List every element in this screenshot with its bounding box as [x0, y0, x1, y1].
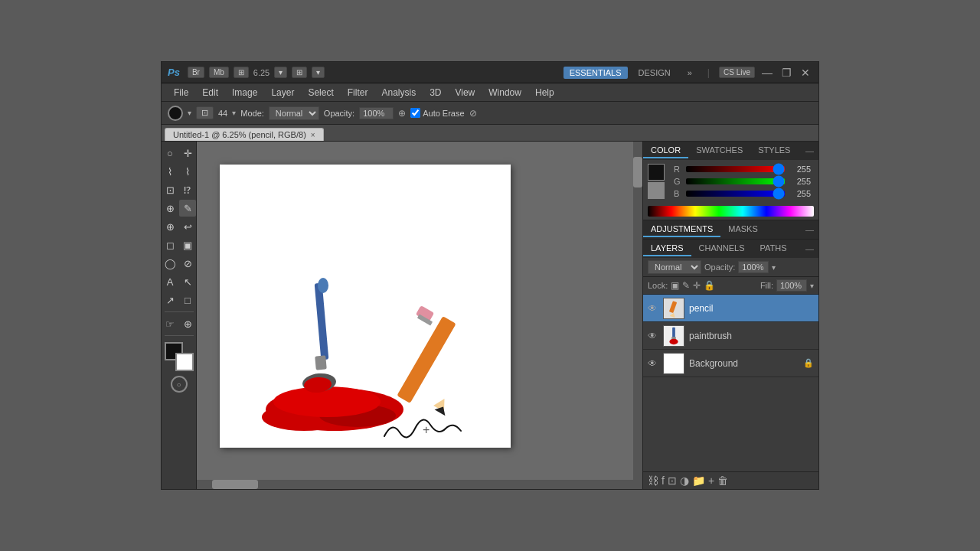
- layer-adjustment-btn[interactable]: ◑: [680, 474, 689, 487]
- pen-tool[interactable]: ⊘: [179, 255, 196, 272]
- color-panel-collapse[interactable]: —: [801, 146, 818, 155]
- size-dropdown[interactable]: ▾: [274, 67, 287, 78]
- menu-layer[interactable]: Layer: [265, 86, 300, 99]
- fg-color-swatch[interactable]: [648, 164, 665, 181]
- bg-color-swatch[interactable]: [648, 182, 665, 199]
- layer-link-btn[interactable]: ⛓: [648, 474, 658, 487]
- layer-item-background[interactable]: 👁 Background 🔒: [643, 350, 818, 377]
- view-button[interactable]: ▾: [312, 67, 325, 78]
- menu-filter[interactable]: Filter: [341, 86, 374, 99]
- opacity-input[interactable]: 100%: [359, 107, 394, 119]
- tab-styles[interactable]: STYLES: [750, 143, 798, 158]
- type-tool[interactable]: A: [162, 273, 178, 290]
- fill-dropdown[interactable]: ▾: [810, 282, 814, 290]
- tab-color[interactable]: COLOR: [643, 143, 688, 158]
- vertical-scrollbar[interactable]: [633, 142, 642, 489]
- tab-masks[interactable]: MASKS: [720, 222, 766, 237]
- canvas-area[interactable]: +: [197, 142, 642, 489]
- horizontal-scrollbar[interactable]: [197, 480, 633, 489]
- tab-adjustments[interactable]: ADJUSTMENTS: [643, 222, 720, 237]
- auto-erase-checkbox[interactable]: [410, 108, 420, 118]
- zoom-tool[interactable]: ⊕: [179, 315, 196, 332]
- layer-eye-pencil[interactable]: 👁: [648, 303, 658, 314]
- tab-channels[interactable]: CHANNELS: [691, 241, 753, 256]
- quick-selection-tool[interactable]: ⌇: [179, 163, 196, 180]
- color-spectrum-bar[interactable]: [648, 206, 814, 217]
- mode-select[interactable]: Normal: [269, 106, 319, 120]
- delete-layer-btn[interactable]: 🗑: [717, 474, 728, 487]
- menu-help[interactable]: Help: [529, 86, 560, 99]
- lock-move-icon[interactable]: ✛: [693, 280, 701, 291]
- move-tool[interactable]: ✛: [179, 145, 196, 161]
- menu-analysis[interactable]: Analysis: [375, 86, 422, 99]
- more-workspaces-button[interactable]: »: [681, 67, 698, 79]
- layer-eye-paintbrush[interactable]: 👁: [648, 331, 658, 341]
- layer-item-pencil[interactable]: 👁 pencil: [643, 295, 818, 322]
- design-button[interactable]: DESIGN: [632, 67, 677, 79]
- gradient-tool[interactable]: ▣: [179, 236, 196, 253]
- menu-image[interactable]: Image: [226, 86, 263, 99]
- doc-tab-close[interactable]: ×: [311, 131, 315, 139]
- r-slider[interactable]: [686, 166, 785, 172]
- essentials-button[interactable]: ESSENTIALS: [564, 67, 628, 79]
- background-color[interactable]: [175, 353, 194, 371]
- opacity-value[interactable]: [738, 261, 769, 273]
- menu-view[interactable]: View: [449, 86, 481, 99]
- mb-button[interactable]: Mb: [209, 67, 229, 78]
- tab-swatches[interactable]: SWATCHES: [688, 143, 750, 158]
- opacity-dropdown[interactable]: ▾: [772, 263, 776, 272]
- canvas[interactable]: +: [220, 165, 511, 448]
- layers-panel-collapse[interactable]: —: [801, 244, 818, 253]
- layer-item-paintbrush[interactable]: 👁 paintbrush: [643, 322, 818, 350]
- layer-mask-btn[interactable]: ⊡: [668, 474, 677, 487]
- minimize-button[interactable]: —: [760, 67, 775, 79]
- menu-window[interactable]: Window: [482, 86, 528, 99]
- br-button[interactable]: Br: [188, 67, 204, 78]
- doc-tab[interactable]: Untitled-1 @ 6.25% (pencil, RGB/8) ×: [165, 128, 324, 141]
- menu-edit[interactable]: Edit: [196, 86, 224, 99]
- crop-tool[interactable]: ⊡: [162, 181, 178, 198]
- path-selection-tool[interactable]: ↖: [179, 273, 196, 290]
- layer-group-btn[interactable]: 📁: [692, 474, 705, 487]
- g-value: 255: [788, 177, 811, 186]
- opacity-btn[interactable]: ⊕: [398, 108, 406, 119]
- b-slider[interactable]: [686, 191, 785, 197]
- hand-tool[interactable]: ☞: [162, 315, 178, 332]
- pencil-tool[interactable]: ✎: [179, 200, 196, 217]
- menu-file[interactable]: File: [168, 86, 194, 99]
- quick-mask-btn[interactable]: ○: [171, 376, 188, 393]
- layer-fx-btn[interactable]: f: [662, 474, 665, 487]
- menu-select[interactable]: Select: [302, 86, 339, 99]
- history-brush-tool[interactable]: ↩: [179, 218, 196, 235]
- tab-layers[interactable]: LAYERS: [643, 241, 691, 256]
- eraser-tool[interactable]: ◻: [162, 236, 178, 253]
- grid-button[interactable]: ⊞: [292, 67, 307, 78]
- lock-pixel-icon[interactable]: ▣: [671, 280, 679, 291]
- clone-stamp-tool[interactable]: ⊕: [162, 218, 178, 235]
- layout-button[interactable]: ⊞: [234, 67, 249, 78]
- tab-paths[interactable]: PATHS: [753, 241, 795, 256]
- dodge-tool[interactable]: ◯: [162, 255, 178, 272]
- close-button[interactable]: ✕: [799, 67, 812, 79]
- direct-selection-tool[interactable]: ↗: [162, 292, 178, 308]
- tool-size-dropdown[interactable]: ▾: [232, 109, 236, 117]
- maximize-button[interactable]: ❐: [779, 67, 794, 79]
- menu-3d[interactable]: 3D: [423, 86, 447, 99]
- tool-dropdown[interactable]: ▾: [188, 109, 191, 117]
- healing-brush-tool[interactable]: ⊕: [162, 200, 178, 217]
- lasso-tool[interactable]: ⌇: [162, 163, 178, 180]
- pressure-btn[interactable]: ⊘: [469, 108, 477, 119]
- layer-eye-background[interactable]: 👁: [648, 358, 658, 369]
- eyedropper-tool[interactable]: ⁉: [179, 181, 196, 198]
- fill-value[interactable]: [776, 279, 807, 292]
- new-layer-btn[interactable]: +: [708, 474, 714, 487]
- g-slider[interactable]: [686, 178, 785, 184]
- b-label: B: [674, 189, 683, 198]
- shape-tool[interactable]: □: [179, 292, 196, 308]
- adj-panel-collapse[interactable]: —: [801, 225, 818, 234]
- cs-live-button[interactable]: CS Live: [719, 67, 755, 78]
- lock-paint-icon[interactable]: ✎: [682, 280, 690, 291]
- lock-all-icon[interactable]: 🔒: [704, 280, 715, 291]
- blend-mode-select[interactable]: Normal: [648, 260, 701, 274]
- elliptical-marquee-tool[interactable]: ○: [162, 145, 178, 161]
